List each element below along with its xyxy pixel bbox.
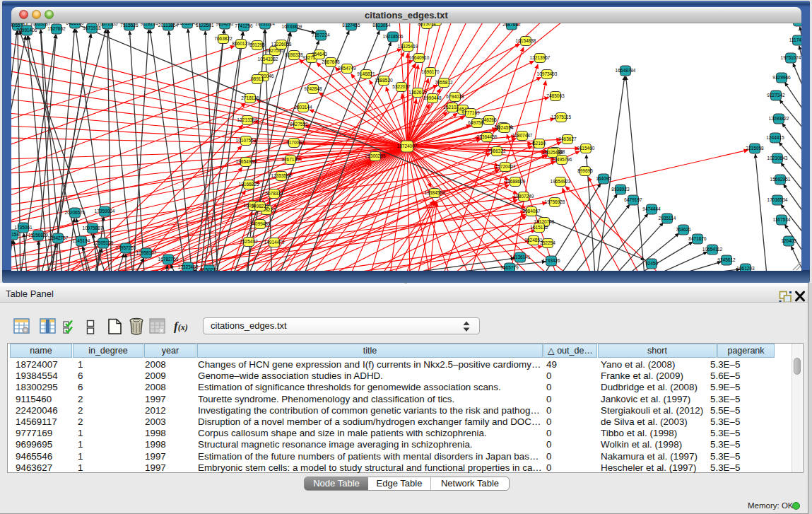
svg-text:10688609: 10688609 bbox=[505, 179, 526, 184]
svg-text:17957255: 17957255 bbox=[116, 245, 136, 250]
svg-text:17016534: 17016534 bbox=[767, 197, 788, 202]
svg-text:9115460: 9115460 bbox=[577, 146, 595, 151]
svg-text:10958107: 10958107 bbox=[136, 250, 157, 255]
svg-text:9463627: 9463627 bbox=[558, 136, 577, 141]
svg-text:9465779: 9465779 bbox=[500, 265, 519, 270]
svg-text:14099489: 14099489 bbox=[250, 221, 271, 226]
svg-text:9084067: 9084067 bbox=[522, 209, 541, 214]
svg-text:120403: 120403 bbox=[781, 238, 796, 243]
svg-text:16671355: 16671355 bbox=[98, 23, 118, 26]
svg-text:20113854: 20113854 bbox=[158, 23, 179, 28]
svg-text:12213369: 12213369 bbox=[237, 117, 258, 122]
svg-text:1024554: 1024554 bbox=[495, 125, 514, 130]
svg-text:7485063: 7485063 bbox=[546, 93, 565, 98]
svg-text:25300295: 25300295 bbox=[365, 153, 386, 158]
svg-text:16648784: 16648784 bbox=[616, 68, 636, 73]
svg-text:7955812: 7955812 bbox=[435, 80, 453, 85]
svg-text:9227342: 9227342 bbox=[767, 93, 785, 98]
svg-text:16033809: 16033809 bbox=[282, 24, 302, 29]
svg-text:39154: 39154 bbox=[11, 232, 19, 237]
svg-text:9146821: 9146821 bbox=[357, 71, 375, 76]
svg-text:12323468: 12323468 bbox=[178, 264, 199, 269]
svg-text:2687682: 2687682 bbox=[502, 23, 521, 27]
svg-text:20206576: 20206576 bbox=[65, 210, 86, 215]
svg-text:7741256: 7741256 bbox=[235, 23, 253, 28]
svg-text:7986322: 7986322 bbox=[488, 148, 506, 153]
svg-text:7515526: 7515526 bbox=[120, 23, 139, 28]
svg-text:8427552: 8427552 bbox=[290, 122, 308, 127]
svg-text:62160: 62160 bbox=[533, 141, 546, 146]
svg-text:18724007: 18724007 bbox=[397, 144, 418, 148]
svg-text:21364436: 21364436 bbox=[477, 134, 498, 139]
svg-text:1061203: 1061203 bbox=[736, 266, 755, 271]
svg-text:9118174: 9118174 bbox=[141, 23, 158, 26]
svg-text:8938923: 8938923 bbox=[611, 187, 630, 192]
svg-text:10973493: 10973493 bbox=[537, 71, 558, 76]
svg-text:2803144: 2803144 bbox=[294, 105, 312, 110]
svg-text:8454749: 8454749 bbox=[338, 66, 356, 71]
svg-text:10654112: 10654112 bbox=[702, 247, 723, 252]
svg-text:12505135: 12505135 bbox=[93, 240, 114, 245]
svg-text:19654983: 19654983 bbox=[236, 159, 257, 164]
svg-text:18807249: 18807249 bbox=[514, 194, 534, 199]
svg-text:7357224: 7357224 bbox=[312, 33, 330, 37]
svg-text:19751074: 19751074 bbox=[781, 55, 801, 60]
svg-text:8660123: 8660123 bbox=[232, 41, 250, 46]
svg-text:2867608: 2867608 bbox=[322, 59, 340, 64]
svg-text:19166825: 19166825 bbox=[239, 182, 259, 187]
svg-text:1588520: 1588520 bbox=[375, 78, 393, 83]
svg-text:164095: 164095 bbox=[596, 176, 611, 181]
svg-text:3215958: 3215958 bbox=[746, 146, 764, 151]
svg-text:8127455: 8127455 bbox=[342, 23, 360, 28]
svg-text:746266: 746266 bbox=[481, 117, 497, 122]
svg-text:899695: 899695 bbox=[577, 168, 593, 173]
svg-text:7663822: 7663822 bbox=[214, 36, 233, 41]
svg-text:9474444: 9474444 bbox=[642, 206, 661, 211]
svg-text:15720407: 15720407 bbox=[495, 164, 516, 169]
svg-text:252254: 252254 bbox=[540, 240, 555, 245]
svg-text:16782759: 16782759 bbox=[158, 257, 179, 262]
svg-text:16154838: 16154838 bbox=[516, 38, 536, 43]
svg-text:13226058: 13226058 bbox=[271, 42, 292, 47]
svg-text:9150212: 9150212 bbox=[200, 267, 218, 271]
svg-text:16013741: 16013741 bbox=[177, 23, 198, 25]
svg-text:19218506: 19218506 bbox=[383, 34, 404, 39]
svg-text:92450: 92450 bbox=[645, 261, 658, 266]
svg-text:5678334: 5678334 bbox=[265, 191, 283, 196]
svg-text:3267130: 3267130 bbox=[281, 157, 300, 162]
svg-text:12353594: 12353594 bbox=[271, 173, 292, 178]
svg-text:1145194: 1145194 bbox=[73, 238, 90, 243]
svg-text:2718126: 2718126 bbox=[241, 95, 259, 100]
svg-text:10807487: 10807487 bbox=[512, 133, 533, 138]
svg-text:917004: 917004 bbox=[286, 140, 302, 145]
svg-text:14495796: 14495796 bbox=[552, 157, 572, 162]
svg-text:1735061: 1735061 bbox=[14, 225, 33, 230]
svg-text:1527602: 1527602 bbox=[47, 26, 66, 31]
svg-text:1244415: 1244415 bbox=[766, 135, 784, 140]
svg-text:15692951: 15692951 bbox=[770, 177, 791, 182]
svg-text:19384554: 19384554 bbox=[425, 190, 445, 195]
svg-text:12093822: 12093822 bbox=[769, 116, 789, 121]
svg-text:2935114: 2935114 bbox=[659, 216, 676, 221]
svg-text:1117404: 1117404 bbox=[789, 37, 801, 42]
svg-text:6794028: 6794028 bbox=[446, 94, 464, 99]
svg-text:6479197: 6479197 bbox=[624, 197, 642, 202]
svg-text:98913: 98913 bbox=[251, 76, 264, 81]
svg-text:10107553: 10107553 bbox=[236, 138, 257, 143]
svg-text:10210643: 10210643 bbox=[767, 156, 788, 160]
svg-text:8122501: 8122501 bbox=[196, 23, 214, 28]
svg-text:9614202: 9614202 bbox=[216, 23, 234, 26]
svg-text:14136141: 14136141 bbox=[510, 255, 531, 259]
svg-text:10543382: 10543382 bbox=[258, 57, 278, 62]
svg-text:8471676: 8471676 bbox=[688, 236, 707, 241]
svg-text:8990448: 8990448 bbox=[423, 95, 442, 100]
svg-text:9777169: 9777169 bbox=[461, 110, 480, 115]
svg-text:12975115: 12975115 bbox=[551, 115, 572, 119]
svg-text:1167534: 1167534 bbox=[773, 217, 791, 222]
svg-text:14914479: 14914479 bbox=[264, 240, 285, 245]
svg-text:12213967: 12213967 bbox=[530, 55, 551, 60]
svg-text:12942757: 12942757 bbox=[48, 235, 69, 240]
svg-text:8186328: 8186328 bbox=[285, 52, 303, 57]
svg-text:10975887: 10975887 bbox=[83, 226, 103, 230]
svg-text:154643: 154643 bbox=[312, 52, 327, 57]
